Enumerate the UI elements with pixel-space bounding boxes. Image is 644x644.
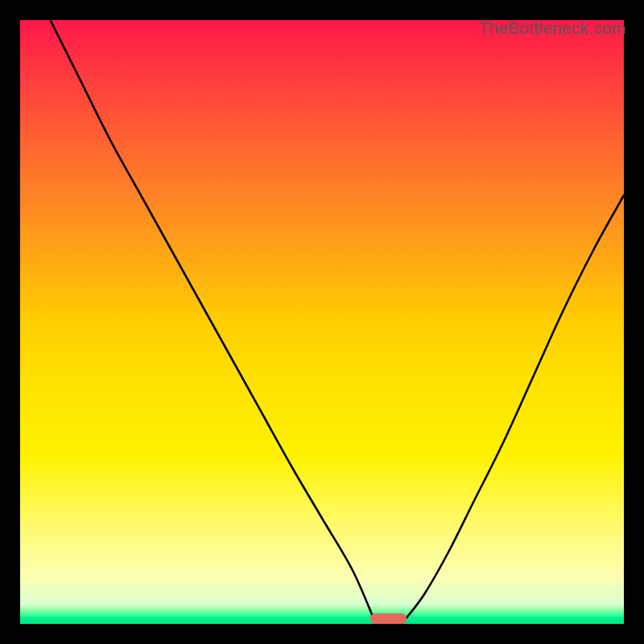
bottleneck-curve-right <box>407 196 624 618</box>
curve-layer <box>20 20 624 624</box>
plot-area <box>20 20 624 624</box>
bottleneck-curve-left <box>51 20 374 618</box>
optimum-marker <box>370 613 407 624</box>
chart-frame: TheBottleneck.com <box>0 0 644 644</box>
watermark-text: TheBottleneck.com <box>479 19 626 38</box>
